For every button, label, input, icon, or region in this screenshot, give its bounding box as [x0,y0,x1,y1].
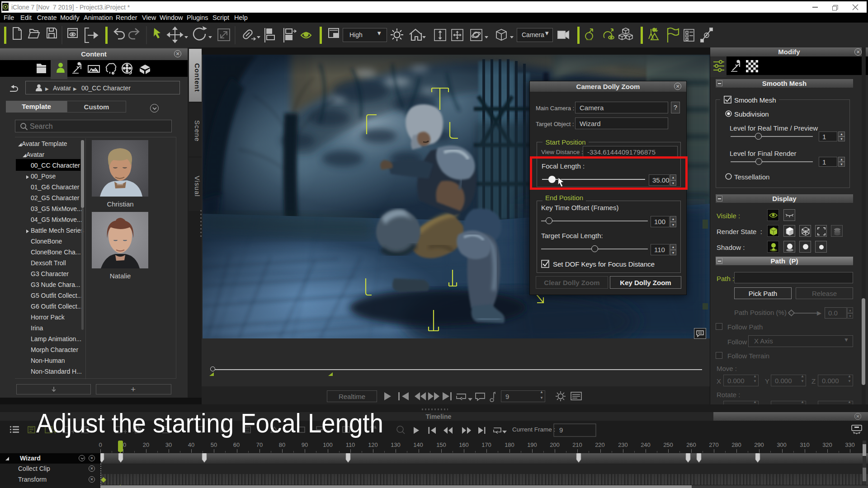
svg-text:Current Frame :: Current Frame : [512,426,555,433]
svg-text:9: 9 [559,426,563,434]
